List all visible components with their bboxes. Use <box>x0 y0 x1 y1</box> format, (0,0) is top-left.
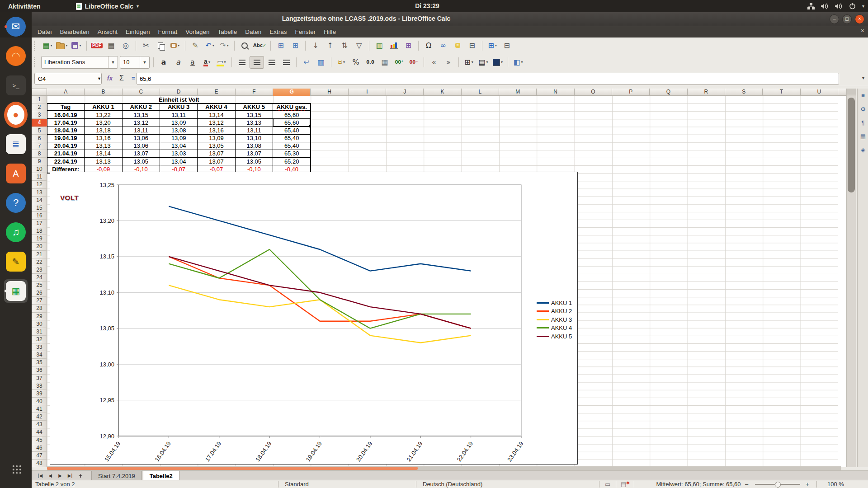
close-button[interactable]: × <box>855 14 864 24</box>
table-row-date[interactable]: 20.04.19 <box>47 142 85 150</box>
insert-comment-button[interactable]: ≡ <box>451 40 464 52</box>
column-header-J[interactable]: J <box>386 89 424 96</box>
sort-button[interactable]: ⇅ <box>338 40 351 52</box>
column-header-Q[interactable]: Q <box>650 89 687 96</box>
undo-button[interactable]: ↶▾ <box>203 40 217 52</box>
row-header-33[interactable]: 33 <box>32 343 47 351</box>
row-header-44[interactable]: 44 <box>32 428 47 436</box>
row-header-46[interactable]: 46 <box>32 444 47 452</box>
row-header-35[interactable]: 35 <box>32 359 47 366</box>
column-header-T[interactable]: T <box>763 89 800 96</box>
sum-button[interactable]: Σ <box>117 73 127 84</box>
legend-entry-akku-2[interactable]: AKKU 2 <box>537 307 572 316</box>
table-title-cell[interactable]: Einheit ist Volt <box>47 96 311 103</box>
first-sheet-button[interactable]: |◀ <box>35 473 45 478</box>
table-cell[interactable]: 13,04 <box>160 158 198 165</box>
hyperlink-button[interactable]: ∞ <box>436 40 450 52</box>
table-cell-total[interactable]: 65,40 <box>273 135 311 142</box>
column-header-R[interactable]: R <box>688 89 725 96</box>
row-header-2[interactable]: 2 <box>32 103 47 111</box>
column-header-B[interactable]: B <box>85 89 122 96</box>
column-header-M[interactable]: M <box>499 89 537 96</box>
table-cell[interactable]: 13,09 <box>198 135 235 142</box>
previous-sheet-button[interactable]: ◀ <box>45 473 55 478</box>
table-header-tag[interactable]: Tag <box>47 103 85 111</box>
zoom-percentage[interactable]: 100 % <box>827 481 844 488</box>
column-header-K[interactable]: K <box>424 89 461 96</box>
launcher-firefox[interactable]: ◠ <box>4 44 28 68</box>
export-pdf-button[interactable]: PDF <box>90 40 104 52</box>
format-percent-button[interactable]: % <box>349 56 363 68</box>
vertical-scrollbar-thumb[interactable] <box>848 98 855 192</box>
menu-bearbeiten[interactable]: Bearbeiten <box>56 27 94 37</box>
table-cell[interactable]: 13,14 <box>85 150 122 158</box>
row-header-26[interactable]: 26 <box>32 289 47 297</box>
table-header-akku-5[interactable]: AKKU 5 <box>236 103 273 111</box>
bold-button[interactable]: a <box>157 56 170 68</box>
table-cell[interactable]: 13,06 <box>123 142 160 150</box>
align-center-button[interactable] <box>250 56 264 69</box>
border-style-button[interactable]: ▤▾ <box>476 56 490 68</box>
row-header-8[interactable]: 8 <box>32 150 47 158</box>
freeze-rows-columns-button[interactable]: ⊞▾ <box>486 40 499 52</box>
row-header-41[interactable]: 41 <box>32 405 47 413</box>
table-cell[interactable]: 13,18 <box>85 127 122 135</box>
column-header-U[interactable]: U <box>801 89 838 96</box>
minimize-button[interactable]: – <box>830 14 839 24</box>
copy-button[interactable] <box>154 40 167 52</box>
insert-image-button[interactable]: ▥ <box>373 40 386 52</box>
menu-datei[interactable]: Datei <box>33 27 56 37</box>
table-header-akku-2[interactable]: AKKU 2 <box>123 103 160 111</box>
formula-input[interactable]: 65,6 <box>137 73 839 84</box>
table-header-akku-ges-[interactable]: AKKU ges. <box>273 103 311 111</box>
table-cell[interactable]: 13,07 <box>236 150 273 158</box>
row-header-17[interactable]: 17 <box>32 220 47 227</box>
row-header-32[interactable]: 32 <box>32 336 47 343</box>
table-cell[interactable]: 13,13 <box>85 142 122 150</box>
align-left-button[interactable] <box>235 56 249 68</box>
table-header-akku-1[interactable]: AKKU 1 <box>85 103 122 111</box>
row-header-22[interactable]: 22 <box>32 258 47 266</box>
special-character-button[interactable]: Ω <box>422 40 435 52</box>
wrap-text-button[interactable]: ↩ <box>300 56 313 68</box>
row-header-36[interactable]: 36 <box>32 366 47 374</box>
format-number-button[interactable]: 0.0 <box>363 56 377 68</box>
menu-vorlagen[interactable]: Vorlagen <box>181 27 213 37</box>
table-cell[interactable]: 13,08 <box>160 127 198 135</box>
launcher-ubuntu-software[interactable]: A <box>4 162 28 185</box>
table-cell[interactable]: 13,05 <box>236 158 273 165</box>
show-applications-button[interactable] <box>11 464 21 474</box>
column-header-N[interactable]: N <box>537 89 574 96</box>
launcher-libreoffice-calc[interactable]: ▦ <box>4 279 28 303</box>
document-modified-icon[interactable]: ▤✱ <box>621 481 630 488</box>
table-cell[interactable]: 13,11 <box>123 127 160 135</box>
table-cell[interactable]: 13,20 <box>85 119 122 127</box>
row-header-13[interactable]: 13 <box>32 189 47 197</box>
row-header-27[interactable]: 27 <box>32 297 47 305</box>
legend-entry-akku-3[interactable]: AKKU 3 <box>537 315 572 324</box>
launcher-libreoffice-writer[interactable]: ≣ <box>4 132 28 156</box>
zoom-out-button[interactable]: – <box>745 481 748 488</box>
table-row-date[interactable]: 22.04.19 <box>47 158 85 165</box>
selection-statistics[interactable]: Mittelwert: 65,60; Summe: 65,60 <box>646 481 750 488</box>
network-icon[interactable] <box>807 3 815 9</box>
column-header-F[interactable]: F <box>236 89 273 96</box>
table-cell[interactable]: 13,05 <box>123 158 160 165</box>
decrease-indent-button[interactable]: « <box>427 56 441 68</box>
title-bar[interactable]: Langzeitstudie ohne LCAS5 .2019.ods - Li… <box>0 12 868 26</box>
menu-einfügen[interactable]: Einfügen <box>122 27 154 37</box>
format-currency-button[interactable]: ¤▾ <box>335 56 348 68</box>
launcher-shotwell[interactable]: ● <box>4 103 28 127</box>
app-menu[interactable]: ▦ LibreOffice Calc ▾ <box>76 3 139 10</box>
last-sheet-button[interactable]: ▶| <box>65 473 75 478</box>
row-header-40[interactable]: 40 <box>32 398 47 405</box>
highlight-color-button[interactable]: ▭▾ <box>215 56 228 68</box>
selected-cell[interactable] <box>273 118 311 127</box>
column-header-S[interactable]: S <box>725 89 763 96</box>
row-header-29[interactable]: 29 <box>32 313 47 320</box>
table-cell[interactable]: 13,13 <box>85 158 122 165</box>
table-cell[interactable]: 13,14 <box>198 111 235 119</box>
zoom-in-button[interactable]: + <box>806 481 809 488</box>
table-header-akku-4[interactable]: AKKU 4 <box>198 103 235 111</box>
menu-hilfe[interactable]: Hilfe <box>320 27 340 37</box>
